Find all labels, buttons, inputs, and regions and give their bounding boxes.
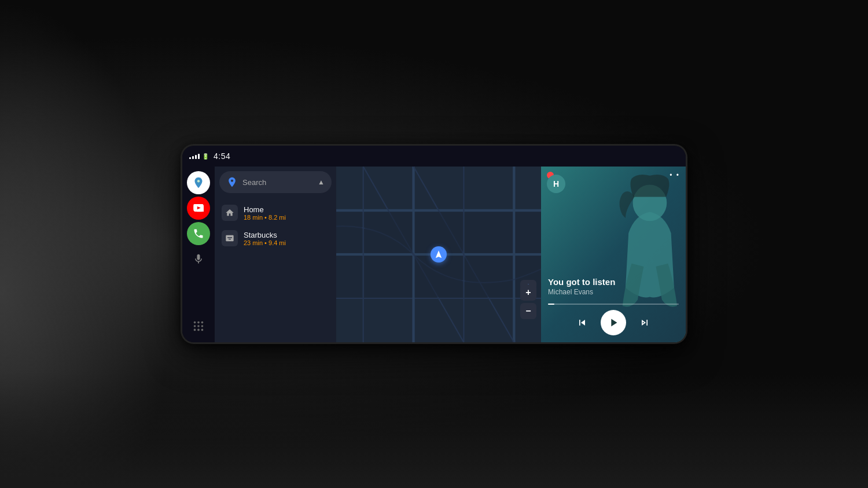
starbucks-dest-icon <box>222 230 238 246</box>
bar3 <box>195 155 197 159</box>
song-title: You got to listen <box>548 277 679 287</box>
svg-point-6 <box>194 329 196 331</box>
maps-panel: Search ▲ Home 18 min • 8.2 mi <box>215 167 336 342</box>
svg-rect-24 <box>465 212 513 253</box>
svg-rect-28 <box>336 256 362 297</box>
destination-starbucks[interactable]: Starbucks 23 min • 9.4 mi <box>219 225 332 251</box>
bar2 <box>192 156 194 159</box>
svg-point-2 <box>201 321 204 324</box>
sidebar-item-maps[interactable] <box>187 171 210 194</box>
progress-bar <box>548 304 679 305</box>
bar4 <box>198 154 200 159</box>
destination-home[interactable]: Home 18 min • 8.2 mi <box>219 200 332 225</box>
svg-point-1 <box>197 321 200 324</box>
next-track-button[interactable] <box>635 313 654 332</box>
svg-point-4 <box>197 325 200 327</box>
bg-bottom-gradient <box>0 372 868 488</box>
svg-rect-22 <box>465 256 513 297</box>
zoom-in-button[interactable]: + <box>520 284 536 301</box>
music-panel-header: H • • <box>541 167 686 184</box>
music-panel: H • • You got to listen Michael Evans <box>541 167 686 342</box>
svg-point-0 <box>194 321 196 324</box>
destination-list: Home 18 min • 8.2 mi Starbucks <box>215 198 336 342</box>
more-options-icon[interactable]: • • <box>670 171 680 179</box>
starbucks-dest-info: Starbucks 23 min • 9.4 mi <box>244 231 286 246</box>
home-dest-name: Home <box>244 205 286 214</box>
main-content-area: Search ▲ Home 18 min • 8.2 mi <box>182 167 686 342</box>
clock-display: 4:54 <box>214 151 230 161</box>
svg-point-7 <box>197 329 200 331</box>
sidebar-item-apps[interactable] <box>187 315 210 338</box>
search-bar[interactable]: Search ▲ <box>219 171 332 193</box>
progress-fill <box>548 304 554 305</box>
progress-bar-container[interactable] <box>541 304 686 305</box>
car-display-unit: 🔋 4:54 <box>182 146 686 342</box>
music-controls <box>541 310 686 335</box>
status-bar: 🔋 4:54 <box>182 146 686 167</box>
maps-logo-icon <box>226 176 238 188</box>
music-info: You got to listen Michael Evans <box>541 277 686 296</box>
prev-track-button[interactable] <box>573 313 591 332</box>
lock-icon: 🔋 <box>202 153 209 160</box>
home-dest-info: Home 18 min • 8.2 mi <box>244 205 286 221</box>
svg-point-3 <box>194 325 196 327</box>
search-input-label: Search <box>242 178 313 187</box>
svg-rect-21 <box>365 256 413 297</box>
sidebar-item-phone[interactable] <box>187 222 210 245</box>
svg-rect-19 <box>365 212 413 253</box>
map-view[interactable]: + − <box>336 167 541 342</box>
starbucks-dest-meta: 23 min • 9.4 mi <box>244 239 286 246</box>
svg-rect-27 <box>336 212 362 253</box>
home-dest-meta: 18 min • 8.2 mi <box>244 214 286 221</box>
chevron-up-icon: ▲ <box>318 178 325 186</box>
home-dest-icon <box>222 205 238 221</box>
signal-icon <box>189 154 200 159</box>
svg-point-8 <box>201 329 204 331</box>
play-pause-button[interactable] <box>601 310 626 335</box>
svg-point-5 <box>201 325 204 327</box>
zoom-out-button[interactable]: − <box>520 303 536 319</box>
avatar: H <box>547 175 565 193</box>
app-sidebar <box>182 167 215 342</box>
song-artist: Michael Evans <box>548 288 679 296</box>
bar1 <box>189 157 191 159</box>
sidebar-item-microphone[interactable] <box>187 247 210 271</box>
navigation-arrow <box>431 246 447 263</box>
svg-rect-25 <box>515 212 541 253</box>
starbucks-dest-name: Starbucks <box>244 231 286 239</box>
map-zoom-controls: + − <box>520 284 536 319</box>
sidebar-item-youtube[interactable] <box>187 197 210 220</box>
